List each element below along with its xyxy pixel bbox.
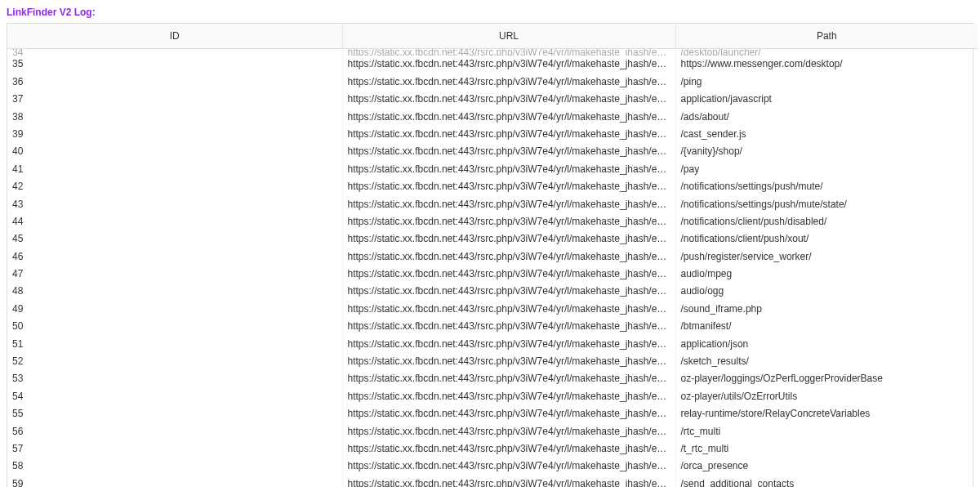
cell-url: https://static.xx.fbcdn.net:443/rsrc.php… (342, 266, 675, 283)
table-row[interactable]: 41https://static.xx.fbcdn.net:443/rsrc.p… (7, 161, 978, 178)
cell-id: 55 (7, 405, 342, 422)
cell-id: 59 (7, 476, 342, 487)
cell-url: https://static.xx.fbcdn.net:443/rsrc.php… (342, 440, 675, 458)
cell-id: 38 (7, 109, 342, 126)
cell-url: https://static.xx.fbcdn.net:443/rsrc.php… (342, 56, 675, 73)
cell-path: /push/register/service_worker/ (675, 248, 978, 266)
cell-id: 45 (7, 230, 342, 248)
cell-path: /{vanity}/shop/ (675, 143, 978, 160)
cell-path: /notifications/settings/push/mute/ (675, 178, 978, 195)
cell-id: 43 (7, 196, 342, 213)
cell-path: relay-runtime/store/RelayConcreteVariabl… (675, 405, 978, 422)
table-row[interactable]: 38https://static.xx.fbcdn.net:443/rsrc.p… (7, 109, 978, 126)
cell-url: https://static.xx.fbcdn.net:443/rsrc.php… (342, 370, 675, 387)
cell-url: https://static.xx.fbcdn.net:443/rsrc.php… (342, 74, 675, 91)
table-row[interactable]: 57https://static.xx.fbcdn.net:443/rsrc.p… (7, 440, 978, 458)
cell-id: 50 (7, 318, 342, 335)
cell-path: /pay (675, 161, 978, 178)
cell-id: 42 (7, 178, 342, 195)
cell-path: /sketch_results/ (675, 353, 978, 370)
table-row[interactable]: 52https://static.xx.fbcdn.net:443/rsrc.p… (7, 353, 978, 370)
cell-url: https://static.xx.fbcdn.net:443/rsrc.php… (342, 91, 675, 108)
table-row[interactable]: 43https://static.xx.fbcdn.net:443/rsrc.p… (7, 196, 978, 213)
cell-url: https://static.xx.fbcdn.net:443/rsrc.php… (342, 423, 675, 440)
cell-path: audio/mpeg (675, 266, 978, 283)
cell-path: https://www.messenger.com/desktop/ (675, 56, 978, 73)
cell-url: https://static.xx.fbcdn.net:443/rsrc.php… (342, 196, 675, 213)
table-row[interactable]: 39https://static.xx.fbcdn.net:443/rsrc.p… (7, 126, 978, 143)
table-row[interactable]: 36https://static.xx.fbcdn.net:443/rsrc.p… (7, 74, 978, 91)
cell-url: https://static.xx.fbcdn.net:443/rsrc.php… (342, 230, 675, 248)
cell-path: oz-player/loggings/OzPerfLoggerProviderB… (675, 370, 978, 387)
cell-url: https://static.xx.fbcdn.net:443/rsrc.php… (342, 109, 675, 126)
table-row[interactable]: 44https://static.xx.fbcdn.net:443/rsrc.p… (7, 213, 978, 230)
log-table[interactable]: ID URL Path 34https://static.xx.fbcdn.ne… (7, 24, 978, 487)
cell-url: https://static.xx.fbcdn.net:443/rsrc.php… (342, 248, 675, 266)
cell-path: /notifications/settings/push/mute/state/ (675, 196, 978, 213)
table-row[interactable]: 35https://static.xx.fbcdn.net:443/rsrc.p… (7, 56, 978, 73)
table-row[interactable]: 55https://static.xx.fbcdn.net:443/rsrc.p… (7, 405, 978, 422)
col-header-path[interactable]: Path (675, 24, 978, 49)
table-row[interactable]: 47https://static.xx.fbcdn.net:443/rsrc.p… (7, 266, 978, 283)
cell-url: https://static.xx.fbcdn.net:443/rsrc.php… (342, 405, 675, 422)
table-row[interactable]: 54https://static.xx.fbcdn.net:443/rsrc.p… (7, 388, 978, 405)
cell-path: /sound_iframe.php (675, 301, 978, 318)
cell-url: https://static.xx.fbcdn.net:443/rsrc.php… (342, 301, 675, 318)
cell-path: /btmanifest/ (675, 318, 978, 335)
cell-id: 58 (7, 458, 342, 475)
cell-url: https://static.xx.fbcdn.net:443/rsrc.php… (342, 126, 675, 143)
cell-path: /desktop/launcher/ (675, 49, 978, 56)
table-row[interactable]: 59https://static.xx.fbcdn.net:443/rsrc.p… (7, 476, 978, 487)
cell-id: 54 (7, 388, 342, 405)
cell-url: https://static.xx.fbcdn.net:443/rsrc.php… (342, 161, 675, 178)
cell-id: 57 (7, 440, 342, 458)
cell-id: 34 (7, 49, 342, 56)
cell-id: 44 (7, 213, 342, 230)
table-row[interactable]: 51https://static.xx.fbcdn.net:443/rsrc.p… (7, 336, 978, 353)
cell-id: 40 (7, 143, 342, 160)
table-row[interactable]: 40https://static.xx.fbcdn.net:443/rsrc.p… (7, 143, 978, 160)
cell-id: 36 (7, 74, 342, 91)
table-row[interactable]: 37https://static.xx.fbcdn.net:443/rsrc.p… (7, 91, 978, 108)
cell-path: application/javascript (675, 91, 978, 108)
cell-id: 39 (7, 126, 342, 143)
table-row[interactable]: 50https://static.xx.fbcdn.net:443/rsrc.p… (7, 318, 978, 335)
table-row[interactable]: 58https://static.xx.fbcdn.net:443/rsrc.p… (7, 458, 978, 475)
page-title: LinkFinder V2 Log: (7, 5, 973, 23)
cell-url: https://static.xx.fbcdn.net:443/rsrc.php… (342, 283, 675, 300)
cell-id: 51 (7, 336, 342, 353)
table-row[interactable]: 46https://static.xx.fbcdn.net:443/rsrc.p… (7, 248, 978, 266)
cell-id: 46 (7, 248, 342, 266)
cell-url: https://static.xx.fbcdn.net:443/rsrc.php… (342, 388, 675, 405)
table-row[interactable]: 49https://static.xx.fbcdn.net:443/rsrc.p… (7, 301, 978, 318)
cell-id: 35 (7, 56, 342, 73)
cell-id: 37 (7, 91, 342, 108)
table-row[interactable]: 45https://static.xx.fbcdn.net:443/rsrc.p… (7, 230, 978, 248)
cell-url: https://static.xx.fbcdn.net:443/rsrc.php… (342, 49, 675, 56)
cell-url: https://static.xx.fbcdn.net:443/rsrc.php… (342, 476, 675, 487)
cell-id: 49 (7, 301, 342, 318)
cell-path: /notifications/client/push/xout/ (675, 230, 978, 248)
cell-url: https://static.xx.fbcdn.net:443/rsrc.php… (342, 353, 675, 370)
cell-url: https://static.xx.fbcdn.net:443/rsrc.php… (342, 143, 675, 160)
col-header-id[interactable]: ID (7, 24, 342, 49)
cell-url: https://static.xx.fbcdn.net:443/rsrc.php… (342, 213, 675, 230)
cell-path: application/json (675, 336, 978, 353)
cell-path: /notifications/client/push/disabled/ (675, 213, 978, 230)
table-row[interactable]: 56https://static.xx.fbcdn.net:443/rsrc.p… (7, 423, 978, 440)
cell-id: 41 (7, 161, 342, 178)
table-row[interactable]: 34https://static.xx.fbcdn.net:443/rsrc.p… (7, 49, 978, 56)
cell-path: oz-player/utils/OzErrorUtils (675, 388, 978, 405)
cell-id: 47 (7, 266, 342, 283)
cell-path: /cast_sender.js (675, 126, 978, 143)
cell-path: audio/ogg (675, 283, 978, 300)
col-header-url[interactable]: URL (342, 24, 675, 49)
table-row[interactable]: 48https://static.xx.fbcdn.net:443/rsrc.p… (7, 283, 978, 300)
cell-path: /ping (675, 74, 978, 91)
cell-id: 48 (7, 283, 342, 300)
table-row[interactable]: 53https://static.xx.fbcdn.net:443/rsrc.p… (7, 370, 978, 387)
cell-id: 56 (7, 423, 342, 440)
table-row[interactable]: 42https://static.xx.fbcdn.net:443/rsrc.p… (7, 178, 978, 195)
cell-url: https://static.xx.fbcdn.net:443/rsrc.php… (342, 336, 675, 353)
cell-path: /rtc_multi (675, 423, 978, 440)
